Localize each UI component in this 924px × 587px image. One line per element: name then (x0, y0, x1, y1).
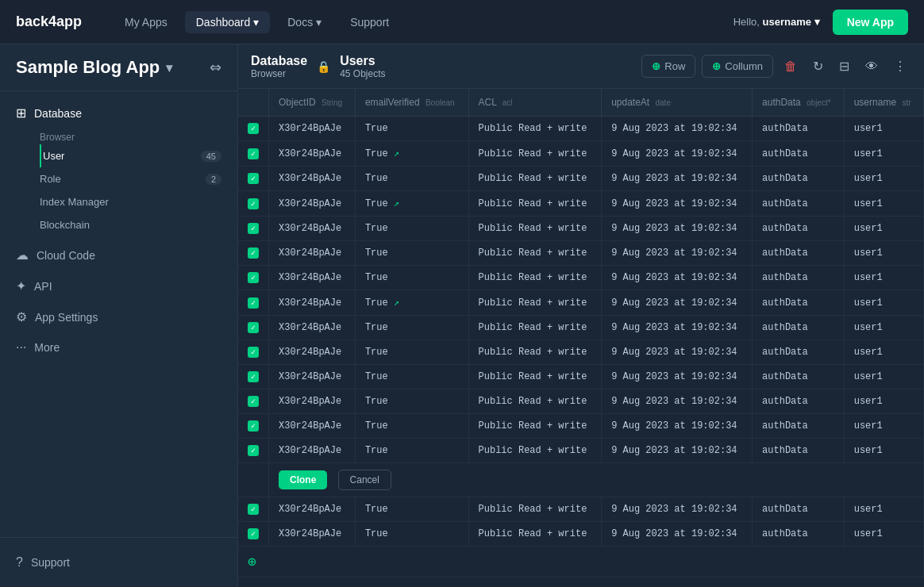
add-column-button[interactable]: ⊕ Collumn (702, 55, 773, 78)
row-checkbox-cell[interactable]: ✓ (238, 191, 269, 217)
chevron-down-icon: ▾ (166, 60, 172, 75)
settings-icon: ⚙ (16, 309, 27, 324)
row-checkbox-cell[interactable]: ✓ (238, 316, 269, 340)
checkbox[interactable]: ✓ (248, 396, 259, 407)
users-section: Users 45 Objects (340, 54, 385, 79)
row-checkbox-cell[interactable]: ✓ (238, 365, 269, 389)
sidebar-item-role[interactable]: Role 2 (40, 167, 237, 190)
more-options-button[interactable]: ⋮ (889, 54, 911, 79)
clone-button[interactable]: Clone (279, 470, 327, 489)
sidebar-item-support[interactable]: ? Support (0, 547, 237, 577)
refresh-button[interactable]: ↻ (808, 54, 828, 79)
sidebar-item-more[interactable]: ··· More (0, 332, 237, 363)
table-row: ✓ X30r24BpAJe True Public Read + write 9… (238, 167, 924, 191)
cell-username: user1 (844, 365, 923, 389)
checkbox[interactable]: ✓ (248, 371, 259, 382)
add-row-button[interactable]: ⊕ Row (641, 55, 695, 78)
col-acl: ACL acl (468, 89, 602, 117)
row-checkbox-cell[interactable]: ✓ (238, 439, 269, 463)
app-name[interactable]: Sample Blog App ▾ (16, 57, 172, 78)
row-checkbox-cell[interactable]: ✓ (238, 266, 269, 290)
cell-updatedat: 9 Aug 2023 at 19:02:34 (602, 217, 753, 241)
checkbox[interactable]: ✓ (248, 272, 259, 283)
cell-username: user1 (844, 316, 923, 340)
api-icon: ✦ (16, 278, 26, 294)
cell-emailverified: True (355, 316, 468, 340)
cell-updatedat: 9 Aug 2023 at 19:02:34 (602, 167, 753, 191)
nav-support[interactable]: Support (339, 11, 400, 33)
cell-authdata: authData (753, 340, 845, 365)
table-row: ✓ X30r24BpAJe True Public Read + write 9… (238, 439, 924, 463)
row-checkbox-cell[interactable]: ✓ (238, 497, 269, 522)
cell-acl: Public Read + write (468, 241, 602, 266)
row-checkbox-cell (238, 463, 269, 497)
table-row: ✓ X30r24BpAJe True Public Read + write 9… (238, 365, 924, 389)
checkbox[interactable]: ✓ (248, 223, 259, 234)
cell-acl: Public Read + write (468, 141, 602, 167)
cell-updatedat: 9 Aug 2023 at 19:02:34 (602, 389, 753, 414)
row-checkbox-cell[interactable]: ✓ (238, 217, 269, 241)
eye-button[interactable]: 👁 (860, 55, 883, 79)
cell-emailverified: True ↗ (355, 141, 468, 167)
cell-authdata: authData (753, 217, 845, 241)
sidebar-item-blockchain[interactable]: Blockchain (40, 213, 237, 236)
new-app-button[interactable]: New App (833, 10, 908, 35)
sidebar-toggle-icon[interactable]: ⇔ (210, 59, 221, 76)
plus-icon: ⊕ (712, 60, 721, 72)
checkbox[interactable]: ✓ (248, 504, 259, 515)
cell-username: user1 (844, 191, 923, 217)
checkbox[interactable]: ✓ (248, 420, 259, 432)
row-checkbox-cell[interactable]: ✓ (238, 290, 269, 316)
user-greeting: Hello, username ▾ (733, 16, 820, 28)
cell-username: user1 (844, 522, 923, 547)
cell-authdata: authData (753, 167, 845, 191)
cell-acl: Public Read + write (468, 522, 602, 547)
row-checkbox-cell[interactable]: ✓ (238, 167, 269, 191)
checkbox[interactable]: ✓ (248, 173, 259, 184)
checkbox[interactable]: ✓ (248, 322, 259, 333)
delete-button[interactable]: 🗑 (780, 55, 802, 79)
nav-my-apps[interactable]: My Apps (114, 11, 179, 33)
add-row-cell[interactable]: ⊕ (238, 547, 924, 577)
table-row: ✓ X30r24BpAJe True Public Read + write 9… (238, 316, 924, 340)
row-checkbox-cell[interactable]: ✓ (238, 117, 269, 141)
sidebar-item-database[interactable]: ⊞ Database (0, 98, 237, 129)
row-checkbox-cell[interactable]: ✓ (238, 340, 269, 365)
table-row: ✓ X30r24BpAJe True ↗ Public Read + write… (238, 290, 924, 316)
add-row-button[interactable]: ⊕ (248, 553, 256, 570)
cancel-button[interactable]: Cancel (338, 470, 391, 490)
row-checkbox-cell[interactable]: ✓ (238, 141, 269, 167)
cell-objectid: X30r24BpAJe (269, 191, 356, 217)
user-count-badge: 45 (201, 151, 221, 162)
arrow-icon: ↗ (394, 148, 399, 159)
checkbox[interactable]: ✓ (248, 123, 259, 134)
checkbox[interactable]: ✓ (248, 445, 259, 456)
row-checkbox-cell[interactable]: ✓ (238, 389, 269, 414)
checkbox[interactable]: ✓ (248, 347, 259, 358)
row-checkbox-cell[interactable]: ✓ (238, 414, 269, 439)
row-checkbox-cell[interactable]: ✓ (238, 522, 269, 547)
cell-objectid: X30r24BpAJe (269, 414, 356, 439)
col-objectid: ObjectID String (269, 89, 356, 117)
sidebar-item-user[interactable]: User 45 (40, 144, 237, 167)
table-row: ✓ X30r24BpAJe True ↗ Public Read + write… (238, 191, 924, 217)
checkbox[interactable]: ✓ (248, 198, 259, 209)
checkbox[interactable]: ✓ (248, 528, 259, 539)
sidebar-item-index-manager[interactable]: Index Manager (40, 190, 237, 213)
cell-objectid: X30r24BpAJe (269, 439, 356, 463)
cell-updatedat: 9 Aug 2023 at 19:02:34 (602, 497, 753, 522)
sidebar-item-api[interactable]: ✦ API (0, 270, 237, 301)
checkbox[interactable]: ✓ (248, 148, 259, 159)
sidebar-item-cloud-code[interactable]: ☁ Cloud Code (0, 240, 237, 270)
row-checkbox-cell[interactable]: ✓ (238, 241, 269, 266)
checkbox[interactable]: ✓ (248, 247, 259, 259)
plus-icon: ⊕ (652, 60, 660, 72)
filter-button[interactable]: ⊟ (834, 54, 854, 79)
nav-dashboard[interactable]: Dashboard ▾ (185, 11, 271, 33)
sidebar-item-app-settings[interactable]: ⚙ App Settings (0, 301, 237, 332)
table-row: ✓ X30r24BpAJe True Public Read + write 9… (238, 117, 924, 141)
checkbox[interactable]: ✓ (248, 297, 259, 309)
cell-updatedat: 9 Aug 2023 at 19:02:34 (602, 141, 753, 167)
cell-objectid: X30r24BpAJe (269, 167, 356, 191)
nav-docs[interactable]: Docs ▾ (276, 11, 333, 33)
